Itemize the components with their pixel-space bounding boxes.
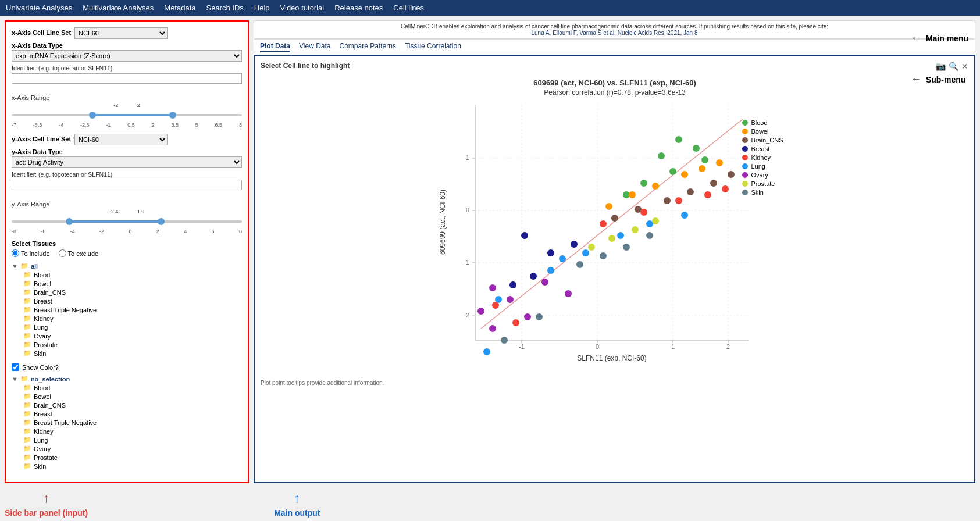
- tissue-item-prostate[interactable]: 📁 Prostate: [23, 340, 242, 349]
- legend-label-ovary: Ovary: [751, 172, 768, 179]
- y-axis-identifier-label: Identifier: (e.g. topotecan or SLFN11): [12, 171, 242, 178]
- point-bowel-2: [629, 191, 636, 198]
- menu-item-release-notes[interactable]: Release notes: [334, 3, 383, 12]
- legend-dot-brain: [742, 137, 748, 143]
- y-axis-range-track[interactable]: [12, 217, 242, 226]
- y-axis-cell-line-label: y-Axis Cell Line Set: [12, 135, 71, 142]
- point-skin-3: [623, 244, 630, 251]
- svg-text:-1: -1: [519, 343, 525, 350]
- point-brain-5: [710, 180, 717, 187]
- color-item-prostate[interactable]: 📁 Prostate: [23, 453, 242, 462]
- y-axis-cell-line-section: y-Axis Cell Line Set NCI-60 y-Axis Data …: [12, 134, 242, 195]
- color-item-lung[interactable]: 📁 Lung: [23, 436, 242, 444]
- tissue-item-brain-cns[interactable]: 📁 Brain_CNS: [23, 288, 242, 297]
- submenu-plot-data[interactable]: Plot Data: [260, 42, 290, 52]
- color-item-kidney[interactable]: 📁 Kidney: [23, 427, 242, 436]
- legend-brain: Brain_CNS: [742, 137, 783, 144]
- folder-icon-brain: 📁: [23, 288, 31, 296]
- color-item-breast-triple[interactable]: 📁 Breast Triple Negative: [23, 418, 242, 427]
- menu-item-cell-lines[interactable]: Cell lines: [393, 3, 424, 12]
- trend-line: [481, 119, 743, 329]
- color-label-brain: Brain_CNS: [34, 402, 66, 409]
- tissue-label-blood: Blood: [34, 272, 50, 279]
- point-blood-5: [669, 168, 676, 175]
- x-axis-range-thumb-left[interactable]: [89, 112, 96, 119]
- info-text: CellMinerCDB enables exploration and ana…: [401, 23, 828, 30]
- y-axis-identifier-input[interactable]: topotecan: [12, 180, 242, 190]
- point-prostate-1: [588, 244, 595, 251]
- tissue-all-label[interactable]: all: [31, 263, 38, 270]
- svg-text:1: 1: [671, 343, 674, 350]
- point-ovary-5: [477, 308, 484, 315]
- y-axis-range-thumb-right[interactable]: [158, 218, 165, 225]
- folder-icon-lung: 📁: [23, 323, 31, 331]
- x-axis-cell-line-select[interactable]: NCI-60: [74, 27, 168, 39]
- tissue-tree-all[interactable]: ▼ 📁 all: [12, 262, 242, 270]
- show-color-checkbox[interactable]: [12, 363, 19, 371]
- y-axis-cell-line-select[interactable]: NCI-60: [74, 134, 168, 145]
- folder-icon-kidney: 📁: [23, 315, 31, 322]
- submenu-compare-patterns[interactable]: Compare Patterns: [340, 42, 396, 52]
- submenu-tissue-correlation[interactable]: Tissue Correlation: [405, 42, 461, 52]
- color-label-breast: Breast: [34, 411, 52, 417]
- color-tree-root[interactable]: ▼ 📁 no_selection: [12, 374, 242, 383]
- point-breast-3: [571, 241, 578, 248]
- point-lung-7: [495, 296, 502, 303]
- y-axis-range-value: -2.4 1.9: [12, 209, 242, 215]
- point-blood-1: [658, 152, 665, 159]
- y-axis-range-thumb-left[interactable]: [66, 218, 73, 225]
- tissue-item-skin[interactable]: 📁 Skin: [23, 349, 242, 358]
- y-axis-data-type-label: y-Axis Data Type: [12, 148, 242, 155]
- legend-label-bowel: Bowel: [751, 128, 768, 135]
- tissue-item-blood[interactable]: 📁 Blood: [23, 270, 242, 279]
- legend-label-prostate: Prostate: [751, 180, 775, 187]
- main-output-annotation: ↑ Main output: [274, 491, 320, 518]
- menu-item-video-tutorial[interactable]: Video tutorial: [280, 3, 325, 12]
- tissue-item-lung[interactable]: 📁 Lung: [23, 323, 242, 331]
- citation-link[interactable]: Luna A, Elloumi F, Varma S et al. Nuclei…: [531, 30, 697, 36]
- color-root-label[interactable]: no_selection: [31, 376, 70, 383]
- color-item-ovary[interactable]: 📁 Ovary: [23, 444, 242, 453]
- legend-dot-skin: [742, 190, 748, 195]
- menu-item-help[interactable]: Help: [254, 3, 270, 12]
- point-prostate-4: [652, 217, 659, 224]
- color-item-brain[interactable]: 📁 Brain_CNS: [23, 401, 242, 409]
- color-folder-ovary: 📁: [23, 445, 31, 452]
- tissue-item-kidney[interactable]: 📁 Kidney: [23, 314, 242, 323]
- point-kidney-7: [512, 319, 519, 326]
- sub-menu-annotation: ← Sub-menu: [911, 73, 968, 85]
- tissue-to-exclude-radio[interactable]: To exclude: [59, 249, 99, 257]
- tissue-item-breast-triple[interactable]: 📁 Breast Triple Negative: [23, 305, 242, 314]
- color-item-blood[interactable]: 📁 Blood: [23, 383, 242, 392]
- menu-item-univariate[interactable]: Univariate Analyses: [6, 3, 72, 12]
- point-blood-4: [701, 156, 708, 163]
- menu-item-multivariate[interactable]: Multivariate Analyses: [83, 3, 154, 12]
- point-skin-4: [646, 232, 653, 239]
- tissue-item-ovary[interactable]: 📁 Ovary: [23, 331, 242, 340]
- tissue-to-include-radio[interactable]: To include: [12, 249, 50, 257]
- point-bowel-1: [605, 203, 612, 210]
- color-item-breast[interactable]: 📁 Breast: [23, 409, 242, 418]
- x-axis-identifier-input[interactable]: SLFN11: [12, 73, 242, 84]
- x-axis-data-type-select[interactable]: exp: mRNA Expression (Z-Score): [12, 50, 242, 62]
- tissue-item-bowel[interactable]: 📁 Bowel: [23, 279, 242, 288]
- menu-item-search-ids[interactable]: Search IDs: [206, 3, 244, 12]
- menu-item-metadata[interactable]: Metadata: [164, 3, 195, 12]
- point-brain-1: [611, 215, 618, 222]
- color-item-bowel[interactable]: 📁 Bowel: [23, 392, 242, 401]
- sidebar-annotation: ↑ Side bar panel (input): [5, 491, 88, 518]
- chart-title2: Pearson correlation (r)=0.78, p-value=3.…: [544, 88, 686, 97]
- y-axis-data-type-select[interactable]: act: Drug Activity: [12, 156, 242, 168]
- svg-text:-1: -1: [464, 259, 469, 266]
- color-item-skin[interactable]: 📁 Skin: [23, 462, 242, 470]
- show-color-label: Show Color?: [22, 364, 59, 371]
- point-breast-5: [530, 273, 537, 280]
- color-section: ▼ 📁 no_selection 📁 Blood 📁 Bowel 📁 Brain…: [12, 374, 242, 470]
- tissue-item-breast[interactable]: 📁 Breast: [23, 297, 242, 305]
- color-folder-kidney: 📁: [23, 427, 31, 435]
- x-axis-range-track[interactable]: [12, 110, 242, 120]
- x-axis-range-thumb-right[interactable]: [169, 112, 176, 119]
- main-menu-label: Main menu: [926, 34, 968, 43]
- point-lung-6: [547, 267, 554, 274]
- submenu-view-data[interactable]: View Data: [299, 42, 330, 52]
